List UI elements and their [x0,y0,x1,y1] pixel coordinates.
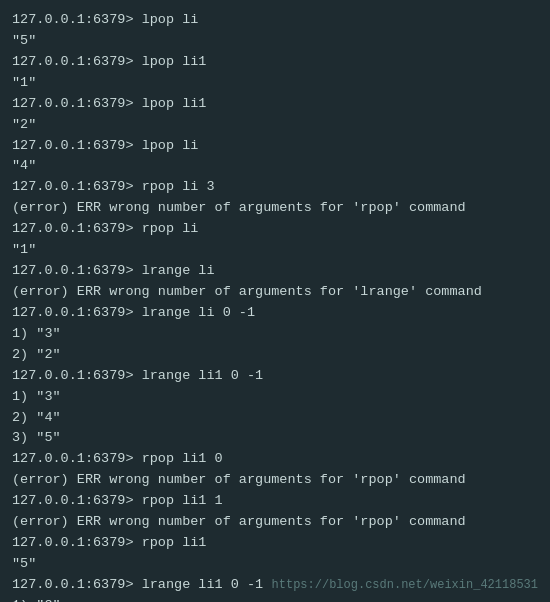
terminal-line: "1" [12,73,538,94]
output-text: 1) "3" [12,326,61,341]
output-text: 2) "2" [12,347,61,362]
output-text: 1) "3" [12,389,61,404]
prompt-prefix: 127.0.0.1:6379> [12,221,142,236]
terminal-line: 127.0.0.1:6379> rpop li 3 [12,177,538,198]
output-text: "2" [12,117,36,132]
prompt-prefix: 127.0.0.1:6379> [12,577,142,592]
terminal-line: "1" [12,240,538,261]
terminal-line: 127.0.0.1:6379> rpop li [12,219,538,240]
prompt-prefix: 127.0.0.1:6379> [12,451,142,466]
terminal-line: 2) "4" [12,408,538,429]
terminal-line: (error) ERR wrong number of arguments fo… [12,198,538,219]
terminal-line: 3) "5" [12,428,538,449]
terminal-line: 1) "3" [12,387,538,408]
command-text: lpop li [142,138,199,153]
prompt-prefix: 127.0.0.1:6379> [12,179,142,194]
command-text: lpop li1 [142,96,207,111]
terminal-line: 127.0.0.1:6379> lrange li [12,261,538,282]
terminal-line: 127.0.0.1:6379> rpop li1 [12,533,538,554]
terminal-line: 127.0.0.1:6379> lpop li1 [12,94,538,115]
terminal-line: 2) "2" [12,345,538,366]
command-text: rpop li1 [142,535,207,550]
terminal-line: (error) ERR wrong number of arguments fo… [12,282,538,303]
prompt-prefix: 127.0.0.1:6379> [12,12,142,27]
terminal-line: "2" [12,115,538,136]
error-text: (error) ERR wrong number of arguments fo… [12,200,466,215]
terminal-line: 127.0.0.1:6379> rpop li1 1 [12,491,538,512]
command-text: lpop li [142,12,199,27]
prompt-prefix: 127.0.0.1:6379> [12,263,142,278]
terminal-line: 127.0.0.1:6379> lrange li1 0 -1 [12,366,538,387]
command-text: lrange li1 0 -1 [142,368,264,383]
command-text: lrange li 0 -1 [142,305,255,320]
output-text: "4" [12,158,36,173]
output-text: 2) "4" [12,410,61,425]
prompt-prefix: 127.0.0.1:6379> [12,535,142,550]
command-text: lrange li [142,263,215,278]
terminal-line: "4" [12,156,538,177]
terminal-output: 127.0.0.1:6379> lpop li"5"127.0.0.1:6379… [12,10,538,602]
terminal-line: 127.0.0.1:6379> lrange li 0 -1 [12,303,538,324]
output-text: "1" [12,242,36,257]
error-text: (error) ERR wrong number of arguments fo… [12,514,466,529]
prompt-prefix: 127.0.0.1:6379> [12,305,142,320]
output-text: "5" [12,556,36,571]
command-text: lpop li1 [142,54,207,69]
prompt-prefix: 127.0.0.1:6379> [12,54,142,69]
output-text: 1) "3" [12,598,61,602]
prompt-prefix: 127.0.0.1:6379> [12,493,142,508]
prompt-prefix: 127.0.0.1:6379> [12,138,142,153]
terminal-line: 1) "3" [12,324,538,345]
command-text: rpop li 3 [142,179,215,194]
terminal-line: 127.0.0.1:6379> rpop li1 0 [12,449,538,470]
terminal-line: (error) ERR wrong number of arguments fo… [12,470,538,491]
prompt-prefix: 127.0.0.1:6379> [12,368,142,383]
command-text: rpop li [142,221,199,236]
error-text: (error) ERR wrong number of arguments fo… [12,472,466,487]
terminal-line: 127.0.0.1:6379> lpop li [12,136,538,157]
terminal-line: (error) ERR wrong number of arguments fo… [12,512,538,533]
error-text: (error) ERR wrong number of arguments fo… [12,284,482,299]
command-text: rpop li1 1 [142,493,223,508]
command-text: lrange li1 0 -1 [142,577,264,592]
terminal-line: "5" [12,31,538,52]
output-text: 3) "5" [12,430,61,445]
prompt-prefix: 127.0.0.1:6379> [12,96,142,111]
watermark: https://blog.csdn.net/weixin_42118531 [272,578,538,592]
terminal-line: 127.0.0.1:6379> lpop li [12,10,538,31]
terminal-line: "5" [12,554,538,575]
command-text: rpop li1 0 [142,451,223,466]
terminal-line: 1) "3" [12,596,538,602]
output-text: "1" [12,75,36,90]
terminal-window: 127.0.0.1:6379> lpop li"5"127.0.0.1:6379… [0,0,550,602]
output-text: "5" [12,33,36,48]
terminal-line: 127.0.0.1:6379> lpop li1 [12,52,538,73]
